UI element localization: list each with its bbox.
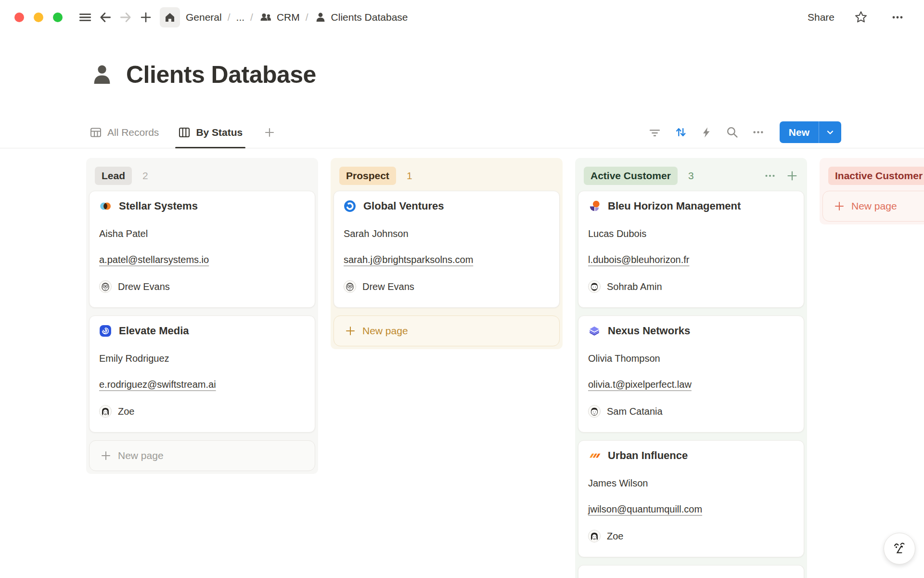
board-icon <box>178 126 191 139</box>
tab-all-records-label: All Records <box>107 127 159 138</box>
owner-row: Zoe <box>99 405 305 418</box>
more-icon <box>890 10 905 25</box>
automation-button[interactable] <box>700 126 713 139</box>
contact-email[interactable]: jwilson@quantumquill.com <box>588 504 702 515</box>
page-title: Clients Database <box>126 61 316 89</box>
card-global-ventures[interactable]: Global Ventures Sarah Johnson sarah.j@br… <box>334 191 560 308</box>
more-options-button[interactable] <box>887 7 908 27</box>
close-window-button[interactable] <box>14 13 24 22</box>
plus-icon <box>139 11 153 24</box>
breadcrumb-general[interactable]: General <box>186 12 222 23</box>
new-page-button-lead[interactable]: New page <box>89 440 315 471</box>
status-pill-active-customer[interactable]: Active Customer <box>584 167 678 185</box>
tab-by-status-label: By Status <box>196 127 243 138</box>
status-pill-inactive-customer[interactable]: Inactive Customer <box>828 167 924 185</box>
page-person-icon[interactable] <box>90 62 115 87</box>
breadcrumb-separator: / <box>228 12 231 23</box>
column-prospect: Prospect 1 Global Ventures Sarah Johnson… <box>331 158 563 349</box>
more-icon <box>764 170 776 182</box>
plus-icon <box>264 127 275 138</box>
tab-by-status[interactable]: By Status <box>178 117 243 148</box>
column-active-customer: Active Customer 3 <box>575 158 807 578</box>
column-prospect-count: 1 <box>407 170 412 182</box>
star-icon <box>854 10 868 25</box>
table-icon <box>90 126 102 139</box>
contact-name: Olivia Thompson <box>588 353 794 364</box>
view-tabs: All Records By Status <box>90 117 275 148</box>
zoe-avatar <box>588 530 601 542</box>
contact-email[interactable]: l.dubois@bleuhorizon.fr <box>588 254 689 265</box>
new-record-label: New <box>780 121 819 143</box>
column-lead: Lead 2 Stellar Systems Aisha Patel a.pat… <box>86 158 318 474</box>
card-stellar-systems[interactable]: Stellar Systems Aisha Patel a.patel@stel… <box>89 191 315 308</box>
minimize-window-button[interactable] <box>34 13 43 22</box>
contact-email[interactable]: olivia.t@pixelperfect.law <box>588 379 692 390</box>
owner-name: Drew Evans <box>118 281 170 292</box>
person-icon <box>314 11 327 24</box>
stellar-systems-logo <box>99 200 112 212</box>
contact-name: James Wilson <box>588 478 794 489</box>
view-more-button[interactable] <box>752 126 765 139</box>
card-bleu-horizon[interactable]: Bleu Horizon Management Lucas Dubois l.d… <box>578 191 804 308</box>
card-elevate-media[interactable]: Elevate Media Emily Rodriguez e.rodrigue… <box>89 315 315 433</box>
plus-icon <box>834 200 845 212</box>
search-button[interactable] <box>726 126 739 139</box>
notion-ai-button[interactable] <box>884 533 915 565</box>
owner-name: Drew Evans <box>362 281 414 292</box>
hamburger-icon <box>78 10 92 25</box>
filter-button[interactable] <box>648 126 661 139</box>
owner-row: Drew Evans <box>344 280 550 293</box>
lightning-icon <box>700 126 713 139</box>
card-partially-visible[interactable] <box>578 565 804 578</box>
window-controls <box>14 13 63 22</box>
chevron-down-icon <box>825 127 835 138</box>
contact-email[interactable]: e.rodriguez@swiftstream.ai <box>99 379 216 390</box>
card-nexus-networks[interactable]: Nexus Networks Olivia Thompson olivia.t@… <box>578 315 804 433</box>
breadcrumb-ellipsis[interactable]: ... <box>236 12 245 23</box>
drew-evans-avatar <box>344 280 356 293</box>
contact-email[interactable]: sarah.j@brightsparksolns.com <box>344 254 473 265</box>
add-view-button[interactable] <box>264 127 275 138</box>
breadcrumb-clients-database[interactable]: Clients Database <box>314 11 408 24</box>
tab-all-records[interactable]: All Records <box>90 117 159 148</box>
back-button[interactable] <box>95 7 116 27</box>
sort-button[interactable] <box>674 126 687 139</box>
contact-email[interactable]: a.patel@stellarsystems.io <box>99 254 209 265</box>
column-lead-header: Lead 2 <box>89 161 315 191</box>
zoom-window-button[interactable] <box>53 13 63 22</box>
company-name: Urban Influence <box>608 449 688 462</box>
people-icon <box>259 11 272 24</box>
breadcrumb-separator: / <box>250 12 253 23</box>
card-urban-influence[interactable]: Urban Influence James Wilson jwilson@qua… <box>578 440 804 557</box>
breadcrumb-page-label: Clients Database <box>331 12 408 23</box>
favorite-button[interactable] <box>851 7 871 27</box>
new-record-dropdown[interactable] <box>819 121 841 143</box>
status-pill-lead[interactable]: Lead <box>95 167 132 185</box>
new-tab-button[interactable] <box>136 7 156 27</box>
column-lead-count: 2 <box>142 170 148 182</box>
card-title-row: Urban Influence <box>588 449 794 462</box>
sidebar-menu-button[interactable] <box>75 7 95 27</box>
share-button[interactable]: Share <box>808 12 834 23</box>
forward-button[interactable] <box>116 7 136 27</box>
new-record-button[interactable]: New <box>780 121 841 143</box>
owner-row: Zoe <box>588 530 794 542</box>
plus-icon <box>100 450 112 461</box>
company-name: Bleu Horizon Management <box>608 200 741 212</box>
breadcrumb-crm[interactable]: CRM <box>259 11 300 24</box>
new-page-button-prospect[interactable]: New page <box>334 315 560 346</box>
nexus-networks-logo <box>588 325 601 337</box>
new-page-button-inactive[interactable]: New page <box>822 191 924 222</box>
bleu-horizon-logo <box>588 200 601 212</box>
owner-name: Zoe <box>118 406 134 417</box>
breadcrumb: General / ... / CRM / Clients Database <box>160 7 408 27</box>
breadcrumb-separator: / <box>306 12 308 23</box>
column-active-count: 3 <box>688 170 694 182</box>
home-breadcrumb-button[interactable] <box>160 7 180 27</box>
column-more-button[interactable] <box>764 170 776 182</box>
view-toolbar: New <box>648 121 924 143</box>
status-pill-prospect[interactable]: Prospect <box>339 167 396 185</box>
column-add-card-button[interactable] <box>786 170 798 182</box>
more-icon <box>752 126 765 139</box>
home-icon <box>164 11 176 24</box>
